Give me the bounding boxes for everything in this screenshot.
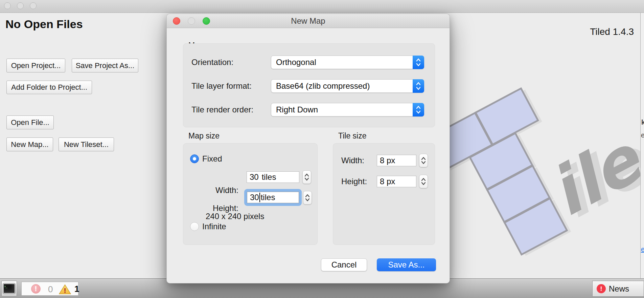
new-map-dialog: New Map Map Orientation: Orthogonal Tile… <box>166 14 450 283</box>
news-button-label: News <box>609 284 629 294</box>
stepper-arrows-icon <box>305 193 310 203</box>
minimize-window-icon[interactable] <box>17 2 24 9</box>
map-width-label: Width: <box>191 185 238 195</box>
map-width-input[interactable]: 30tiles <box>247 171 299 183</box>
stepper-arrows-icon <box>421 156 426 165</box>
new-map-button[interactable]: New Map... <box>6 137 53 151</box>
tile-render-order-label: Tile render order: <box>191 105 253 115</box>
warning-count: 1 <box>74 284 79 294</box>
tile-width-label: Width: <box>341 155 364 166</box>
news-button[interactable]: ! News <box>592 281 644 297</box>
save-as-button[interactable]: Save As... <box>377 258 436 271</box>
stepper-arrows-icon <box>421 177 426 186</box>
map-height-input[interactable]: 30tiles <box>247 192 299 203</box>
pixel-size-summary: 240 x 240 pixels <box>206 211 264 221</box>
fixed-radio[interactable] <box>190 154 199 163</box>
zoom-window-icon[interactable] <box>30 2 37 9</box>
edge-text-fragment: e <box>641 131 644 139</box>
infinite-radio-label: Infinite <box>202 221 226 232</box>
main-window-titlebar <box>0 0 644 13</box>
tile-layer-format-select[interactable]: Base64 (zlib compressed) <box>271 79 424 93</box>
tile-height-input[interactable]: 8 px <box>377 176 416 187</box>
cancel-button[interactable]: Cancel <box>321 258 367 271</box>
orientation-select[interactable]: Orthogonal <box>271 56 424 69</box>
right-panel-divider <box>640 13 641 278</box>
console-toggle-button[interactable]: ›_ <box>1 281 17 296</box>
chevron-up-down-icon <box>413 79 424 93</box>
issues-counter-panel[interactable]: ! 0 ! 1 <box>21 282 78 296</box>
add-folder-to-project-button[interactable]: Add Folder to Project... <box>6 81 92 94</box>
page-title: No Open Files <box>5 18 83 31</box>
infinite-radio[interactable] <box>190 222 199 231</box>
map-height-stepper[interactable] <box>303 191 312 205</box>
tile-width-input[interactable]: 8 px <box>377 155 416 166</box>
news-alert-icon: ! <box>597 284 606 293</box>
right-panel-sliver <box>641 13 644 278</box>
warning-icon: ! <box>59 284 71 295</box>
close-dialog-icon[interactable] <box>173 17 180 25</box>
new-tileset-button[interactable]: New Tileset... <box>59 137 114 151</box>
edge-text-fragment: k <box>641 119 644 126</box>
chevron-up-down-icon <box>413 103 424 116</box>
minimize-dialog-icon <box>188 17 195 25</box>
tile-layer-format-label: Tile layer format: <box>191 81 252 91</box>
tile-size-group-label: Tile size <box>338 131 367 141</box>
dialog-titlebar[interactable]: New Map <box>167 14 450 28</box>
tile-height-stepper[interactable] <box>419 175 428 188</box>
error-icon: ! <box>31 284 41 294</box>
close-window-icon[interactable] <box>4 2 11 9</box>
save-project-as-button[interactable]: Save Project As... <box>72 59 138 72</box>
edge-link-fragment[interactable]: e <box>641 246 644 253</box>
open-project-button[interactable]: Open Project... <box>6 59 65 72</box>
svg-text:!: ! <box>64 287 67 294</box>
map-size-group-label: Map size <box>188 131 220 141</box>
tile-height-label: Height: <box>341 176 367 187</box>
tile-width-stepper[interactable] <box>419 154 428 167</box>
orientation-label: Orientation: <box>191 57 233 67</box>
fixed-radio-label: Fixed <box>202 154 222 164</box>
stepper-arrows-icon <box>304 172 309 182</box>
open-file-button[interactable]: Open File... <box>6 115 54 129</box>
chevron-up-down-icon <box>413 56 424 69</box>
terminal-icon: ›_ <box>3 283 15 294</box>
tiled-logo-watermark: iled iled <box>463 103 644 273</box>
tiled-app-window: No Open Files Tiled 1.4.3 Open Project..… <box>0 0 644 298</box>
zoom-dialog-icon[interactable] <box>203 17 210 25</box>
error-count: 0 <box>48 284 53 295</box>
tile-render-order-select[interactable]: Right Down <box>271 103 424 116</box>
version-label: Tiled 1.4.3 <box>590 26 634 37</box>
map-width-stepper[interactable] <box>302 170 311 184</box>
text-caret <box>259 193 260 202</box>
